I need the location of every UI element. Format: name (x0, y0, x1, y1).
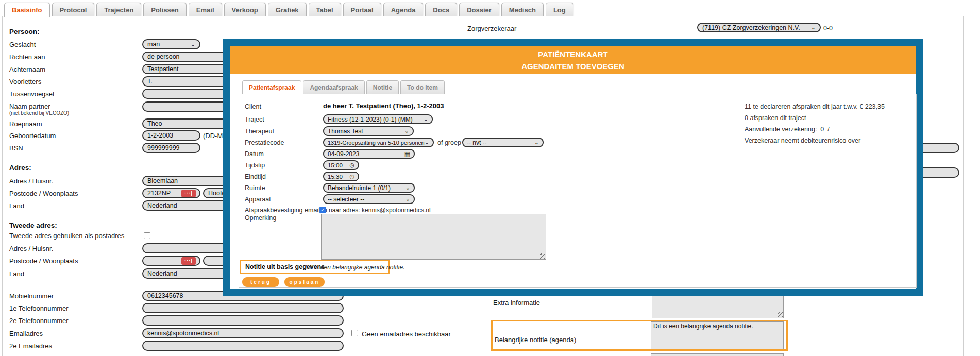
apparaat-value: -- selecteer -- (328, 196, 364, 203)
prestatiecode-value: 1319-Groepszitting van 5-10 personen (328, 140, 425, 146)
eindtijd-value: 15:30 (328, 174, 343, 180)
geen-email-checkbox[interactable] (351, 330, 358, 336)
tab-tabel[interactable]: Tabel (309, 3, 341, 16)
geboortedatum-label: Geboortedatum (9, 132, 56, 140)
postadres-checkbox[interactable] (144, 232, 150, 239)
resize-handle[interactable] (540, 253, 545, 259)
chevron-down-icon: ⌄ (811, 25, 816, 30)
land-label: Land (9, 202, 24, 210)
belangrijke-notitie-label: Belangrijke notitie (agenda) (495, 336, 576, 344)
chevron-down-icon: ⌄ (534, 140, 539, 145)
chevron-down-icon: ⌄ (405, 196, 410, 202)
emailadres-label: Emailadres (9, 330, 43, 337)
groep-select[interactable]: -- nvt -- ⌄ (462, 138, 544, 147)
ruimte-value: Behandelruimte 1 (0/1) (328, 184, 391, 192)
modal-tabbar: Patientafspraak Agendaafspraak Notitie T… (242, 80, 445, 94)
tab-protocol[interactable]: Protocol (52, 3, 95, 16)
debiteurenrisico-info-line: Verzekeraar neemt debiteurenrisico over (745, 137, 860, 144)
tab-portaal[interactable]: Portaal (343, 3, 381, 16)
bsn-value: 999999999 (147, 144, 180, 151)
opmerking-textarea[interactable] (321, 214, 546, 260)
adres2-label: Adres / Huisnr. (9, 245, 53, 252)
mobielnummer-value: 0612345678 (147, 292, 183, 299)
postcode-lookup-button[interactable]: ···| (181, 190, 196, 197)
tab-agendaafspraak[interactable]: Agendaafspraak (303, 80, 364, 94)
emailadres2-input[interactable] (142, 341, 344, 351)
postcode2-lookup-button[interactable]: ···| (181, 257, 196, 265)
tab-patientafspraak[interactable]: Patientafspraak (242, 80, 301, 94)
adres-value: Bloemlaan (147, 177, 178, 184)
land2-label: Land (9, 270, 24, 278)
geslacht-label: Geslacht (9, 41, 36, 48)
tab-email[interactable]: Email (189, 3, 222, 16)
datum-value: 04-09-2023 (328, 150, 359, 158)
naam-partner-label: Naam partner (9, 103, 50, 110)
calendar-icon: ▦ (404, 151, 410, 157)
tab-polissen[interactable]: Polissen (143, 3, 186, 16)
tab-dossier[interactable]: Dossier (459, 3, 499, 16)
geboortedatum-value: 1-2-2003 (147, 132, 173, 139)
tab-notitie[interactable]: Notitie (366, 80, 399, 94)
agendaitem-toevoegen-modal: PATIËNTENKAART AGENDAITEM TOEVOEGEN Pati… (223, 39, 923, 296)
zorgverzekeraar-value: (7119) CZ Zorgverzekeringen N.V. (702, 24, 800, 31)
bsn-label: BSN (9, 144, 23, 152)
telefoon2-label: 2e Telefoonnummer (9, 317, 69, 325)
richten-aan-value: de persoon (147, 53, 180, 60)
prestatiecode-label: Prestatiecode (245, 139, 284, 146)
geen-email-label: Geen emailadres beschikbaar (362, 330, 451, 338)
next-field-textarea-sliver[interactable] (651, 353, 784, 356)
postcode-label: Postcode / Woonplaats (9, 190, 78, 197)
groep-value: -- nvt -- (467, 139, 487, 146)
declaratie-info-line: 11 te declareren afspraken dit jaar t.w.… (745, 103, 885, 110)
notitie-basis-value: Dit is een belangrijke agenda notitie. (305, 264, 404, 271)
extra-informatie-label: Extra informatie (493, 299, 540, 307)
datum-input[interactable]: 04-09-2023 ▦ (323, 149, 415, 159)
postadres-label: Tweede adres gebruiken als postadres (9, 232, 124, 240)
terug-button[interactable]: terug (242, 277, 279, 287)
ruimte-select[interactable]: Behandelruimte 1 (0/1) ⌄ (323, 183, 415, 193)
telefoon2-input[interactable] (142, 315, 344, 326)
traject-select[interactable]: Fitness (12-1-2023) (0-1) (MM) ⌄ (323, 114, 433, 124)
apparaat-select[interactable]: -- selecteer -- ⌄ (323, 194, 415, 204)
geboortedatum-input[interactable]: 1-2-2003 (142, 130, 200, 141)
postcode-value: 2132NP (147, 190, 171, 197)
telefoon1-input[interactable] (142, 303, 344, 313)
main-tabbar: Basisinfo Protocol Trajecten Polissen Em… (4, 3, 573, 17)
content-frame-right (963, 16, 964, 356)
traject-value: Fitness (12-1-2023) (0-1) (MM) (328, 116, 413, 123)
tab-agenda[interactable]: Agenda (383, 3, 424, 16)
afspraakbevestiging-label: Afspraakbevestiging emailen (245, 207, 327, 214)
eindtijd-input[interactable]: 15:30 ◷ (323, 172, 359, 181)
tab-basisinfo[interactable]: Basisinfo (4, 3, 50, 17)
client-value: de heer T. Testpatient (Theo), 1-2-2003 (323, 102, 444, 110)
tijdstip-input[interactable]: 15:00 ◷ (323, 160, 359, 170)
therapeut-select[interactable]: Thomas Test ⌄ (323, 126, 414, 136)
telefoon1-label: 1e Telefoonnummer (9, 304, 69, 312)
achternaam-value: Testpatient (147, 65, 178, 73)
opslaan-button[interactable]: opslaan (284, 277, 325, 287)
tab-todo-item[interactable]: To do item (400, 80, 445, 94)
zorgverzekeraar-select[interactable]: (7119) CZ Zorgverzekeringen N.V. ⌄ (697, 23, 821, 32)
tab-log[interactable]: Log (546, 3, 573, 16)
afspraakbevestiging-checkbox[interactable]: ✓ (319, 207, 326, 213)
tab-grafiek[interactable]: Grafiek (268, 3, 307, 16)
tab-medisch[interactable]: Medisch (501, 3, 544, 16)
content-frame-left (2, 16, 3, 356)
prestatiecode-select[interactable]: 1319-Groepszitting van 5-10 personen ⌄ (323, 138, 434, 147)
tijdstip-value: 15:00 (328, 162, 343, 168)
client-label: Client (245, 103, 261, 110)
tab-trajecten[interactable]: Trajecten (96, 3, 141, 16)
emailadres-input[interactable]: kennis@spotonmedics.nl (142, 328, 344, 338)
belangrijke-notitie-textarea[interactable]: Dit is een belangrijke agenda notitie. (651, 321, 784, 349)
bsn-input[interactable]: 999999999 (142, 143, 200, 153)
tab-docs[interactable]: Docs (425, 3, 457, 16)
checkmark-icon: ✓ (320, 207, 325, 213)
voorletters-label: Voorletters (9, 78, 41, 86)
chevron-down-icon: ⌄ (191, 42, 195, 47)
tab-verkoop[interactable]: Verkoop (224, 3, 266, 16)
resize-handle[interactable] (778, 312, 783, 317)
geslacht-select[interactable]: man ⌄ (142, 39, 200, 49)
naam-partner-sublabel: (niet bekend bij VECOZO) (9, 110, 69, 116)
clock-icon: ◷ (349, 162, 354, 168)
modal-subtitle: AGENDAITEM TOEVOEGEN (230, 62, 916, 71)
